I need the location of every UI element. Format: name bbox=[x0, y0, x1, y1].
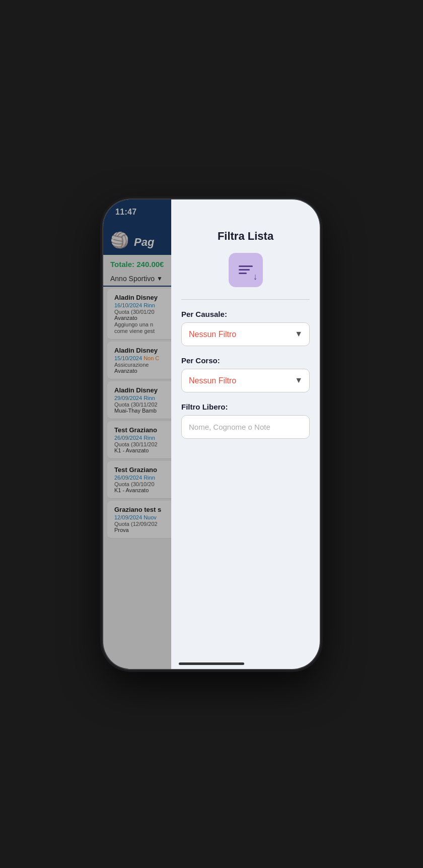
divider bbox=[181, 299, 310, 300]
phone-frame: 11:47 📶 ‹ 🏐 Pag Totale: 240.00€ Anno Spo… bbox=[103, 199, 320, 669]
causale-dropdown[interactable]: Nessun Filtro bbox=[181, 322, 310, 346]
per-causale-label: Per Causale: bbox=[181, 310, 310, 318]
filter-line-3 bbox=[239, 273, 247, 274]
modal-icon-wrap: ↓ bbox=[181, 253, 310, 287]
filtro-libero-input[interactable] bbox=[181, 415, 310, 439]
filter-lines-icon bbox=[239, 265, 253, 274]
filtro-libero-label: Filtro Libero: bbox=[181, 403, 310, 411]
per-corso-label: Per Corso: bbox=[181, 356, 310, 365]
filter-line-2 bbox=[239, 269, 250, 271]
home-indicator bbox=[179, 662, 244, 665]
down-arrow-icon: ↓ bbox=[253, 272, 258, 282]
modal-panel: Filtra Lista ↓ Per Causale: Nessun Filtr… bbox=[171, 199, 320, 669]
corso-dropdown-wrap[interactable]: Nessun Filtro ▼ bbox=[181, 369, 310, 392]
modal-title: Filtra Lista bbox=[181, 230, 310, 243]
filter-line-1 bbox=[239, 265, 253, 267]
corso-dropdown[interactable]: Nessun Filtro bbox=[181, 369, 310, 392]
filter-icon-box: ↓ bbox=[229, 253, 263, 287]
causale-dropdown-wrap[interactable]: Nessun Filtro ▼ bbox=[181, 322, 310, 346]
